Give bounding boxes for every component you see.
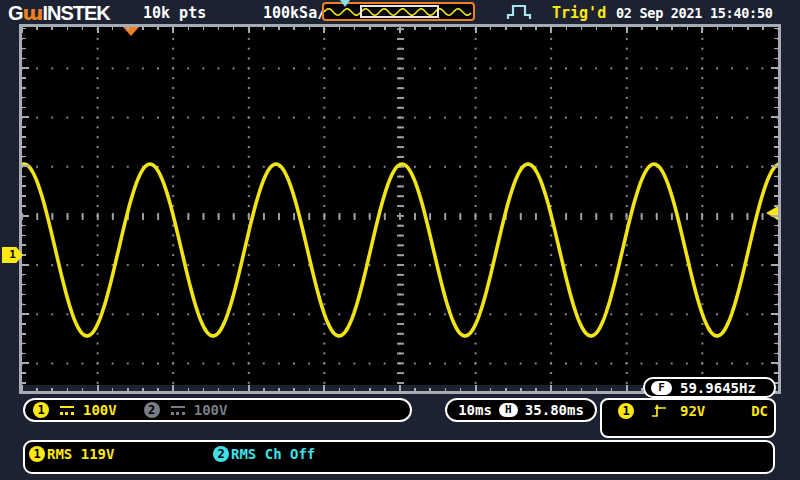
timebase-label: 10ms — [458, 402, 492, 418]
trigger-status-label: Trig'd — [552, 4, 606, 22]
rising-edge-icon — [651, 403, 667, 419]
graticule-ruler-top — [22, 24, 778, 33]
record-length-label: 10k pts — [143, 4, 206, 22]
waveform-layer — [22, 27, 778, 385]
measurement-bar: 1 RMS 119V 2 RMS Ch Off — [23, 440, 775, 474]
horizontal-position-label: 35.80ms — [525, 402, 584, 418]
ch1-scale-label: 100V — [83, 402, 117, 418]
graticule-ruler-right — [771, 24, 781, 394]
logo-letter-g: G — [8, 2, 23, 24]
measurement-ch2: 2 RMS Ch Off — [213, 446, 315, 462]
frequency-label: 59.9645Hz — [680, 380, 756, 396]
oscilloscope-screen: { "header": { "logo": { "g": "G", "mark"… — [0, 0, 800, 480]
ch2-badge: 2 — [144, 402, 160, 418]
gw-omega-icon: ɯ — [23, 1, 43, 25]
waveform-trace-ch1 — [22, 164, 778, 336]
trigger-source-badge: 1 — [618, 403, 634, 419]
datetime-label: 02 Sep 2021 15:40:50 — [616, 5, 773, 21]
measurement-ch2-badge: 2 — [213, 446, 229, 462]
memory-zoom-window — [360, 5, 439, 18]
trigger-level-label: 92V — [680, 403, 705, 419]
ch1-dc-coupling-icon — [60, 406, 74, 415]
ch2-dc-coupling-icon — [171, 406, 185, 415]
channel-status-pill: 1 100V 2 100V — [23, 398, 412, 422]
measurement-ch2-value: RMS Ch Off — [231, 446, 315, 462]
measurement-ch1-value: RMS 119V — [47, 446, 114, 462]
memory-trigger-position-icon — [340, 0, 350, 7]
trigger-status-box: 1 92V DC — [600, 398, 776, 438]
brand-logo: GɯINSTEK — [8, 1, 110, 25]
measurement-ch1-badge: 1 — [29, 446, 45, 462]
measurement-ch1: 1 RMS 119V — [29, 446, 114, 462]
logo-text: INSTEK — [42, 2, 109, 24]
horizontal-position-icon: H — [499, 403, 518, 417]
ch2-scale-label: 100V — [194, 402, 228, 418]
horizontal-status-pill: 10ms H 35.80ms — [445, 398, 597, 422]
frequency-box: F 59.9645Hz — [643, 377, 776, 398]
trigger-coupling-label: DC — [751, 403, 768, 419]
trigger-type-icon — [506, 3, 532, 21]
frequency-icon: F — [651, 381, 672, 395]
ch1-badge: 1 — [33, 402, 49, 418]
graticule-ruler-left — [19, 24, 29, 394]
waveform-display-area — [22, 27, 778, 385]
